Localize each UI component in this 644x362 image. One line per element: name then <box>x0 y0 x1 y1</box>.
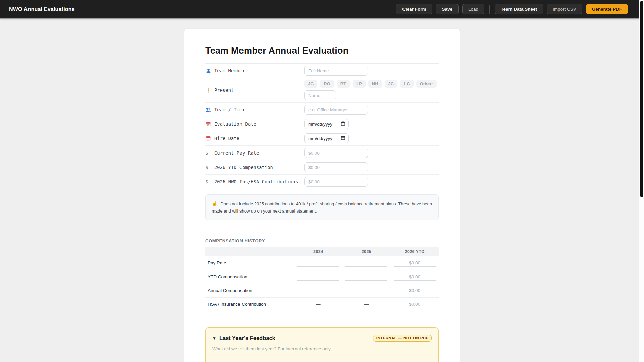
calendar-icon: 17 <box>205 121 211 127</box>
present-chips: JG RO BT LP NH JC LC Other: <box>304 80 437 88</box>
table-row-ytd-compensation: YTD Compensation <box>205 270 439 284</box>
team-tier-label-text: Team / Tier <box>214 107 245 112</box>
row-label: Annual Compensation <box>205 284 294 297</box>
row-label: YTD Compensation <box>205 270 294 284</box>
evaluation-date-input[interactable]: mm/dd/yyyy <box>304 119 349 129</box>
hsa-ins-2025-input[interactable] <box>345 301 387 308</box>
calendar-icon: 17 <box>205 135 211 141</box>
compensation-history-table: 2024 2025 2026 YTD Pay Rate YTD Compensa… <box>205 247 439 311</box>
form-title: Team Member Annual Evaluation <box>205 46 439 56</box>
present-chip-jg[interactable]: JG <box>304 80 317 88</box>
row-label: HSA / Insurance Contribution <box>205 297 294 311</box>
feedback-header: ▼ Last Year's Feedback INTERNAL — NOT ON… <box>212 335 432 342</box>
generate-pdf-button[interactable]: Generate PDF <box>586 4 628 15</box>
dollar-icon: $ <box>205 165 211 170</box>
ytd-comp-2024-input[interactable] <box>297 273 339 281</box>
people-busts-icon <box>205 107 211 113</box>
hire-date-input[interactable]: mm/dd/yyyy <box>304 133 349 143</box>
present-chip-other[interactable]: Other: <box>416 80 437 88</box>
retirement-note-text: Does not include 2025 contributions to 4… <box>212 201 432 214</box>
field-row-team-tier: Team / Tier <box>205 103 439 117</box>
table-header-row: 2024 2025 2026 YTD <box>205 247 439 256</box>
pay-rate-2024-input[interactable] <box>297 259 339 267</box>
retirement-note: ☝️ Does not include 2025 contributions t… <box>205 194 439 220</box>
ins-hsa-input[interactable] <box>304 177 368 187</box>
team-member-label-text: Team Member <box>214 68 245 73</box>
feedback-title[interactable]: Last Year's Feedback <box>219 335 275 341</box>
hsa-ins-2024-input[interactable] <box>297 301 339 308</box>
feedback-textarea[interactable] <box>212 346 432 362</box>
column-header-2026-ytd: 2026 YTD <box>390 247 439 256</box>
table-row-pay-rate: Pay Rate <box>205 256 439 270</box>
evaluation-date-label: 17 Evaluation Date <box>205 121 304 127</box>
present-chip-lc[interactable]: LC <box>400 80 413 88</box>
pointing-finger-icon: ☝️ <box>212 201 218 206</box>
present-chip-jc[interactable]: JC <box>385 80 398 88</box>
team-tier-input[interactable] <box>304 105 368 115</box>
field-row-2026-ins-hsa: $ 2026 NWO Ins/HSA Contributions <box>205 175 439 189</box>
column-header-2025: 2025 <box>342 247 391 256</box>
svg-text:17: 17 <box>207 124 209 126</box>
header-divider <box>489 5 490 14</box>
app-header: NWO Annual Evaluations Clear Form Save L… <box>0 0 644 18</box>
compensation-history-heading: COMPENSATION HISTORY <box>205 238 439 243</box>
annual-comp-2025-input[interactable] <box>345 287 387 294</box>
clear-form-button[interactable]: Clear Form <box>396 4 432 15</box>
table-row-hsa-insurance: HSA / Insurance Contribution <box>205 297 439 311</box>
evaluation-date-placeholder: mm/dd/yyyy <box>308 122 332 127</box>
present-chip-nh[interactable]: NH <box>368 80 382 88</box>
hire-date-label-text: Hire Date <box>214 136 239 141</box>
field-row-hire-date: 17 Hire Date mm/dd/yyyy <box>205 131 439 146</box>
save-button[interactable]: Save <box>436 4 459 15</box>
ins-hsa-label: $ 2026 NWO Ins/HSA Contributions <box>205 179 304 184</box>
hire-date-label: 17 Hire Date <box>205 135 304 141</box>
person-standing-icon <box>205 87 211 93</box>
ytd-comp-2025-input[interactable] <box>345 273 387 281</box>
annual-comp-2026-input[interactable] <box>394 287 436 294</box>
current-pay-rate-input[interactable] <box>304 148 368 158</box>
present-chip-ro[interactable]: RO <box>320 80 334 88</box>
table-corner-cell <box>205 247 294 256</box>
date-picker-icon[interactable] <box>341 135 345 142</box>
field-row-present: Present JG RO BT LP NH JC LC Other: <box>205 78 439 103</box>
person-bust-icon <box>205 68 211 74</box>
pay-rate-2025-input[interactable] <box>345 259 387 267</box>
present-chip-bt[interactable]: BT <box>337 80 350 88</box>
column-header-2024: 2024 <box>294 247 342 256</box>
date-picker-icon[interactable] <box>341 121 345 127</box>
import-csv-button[interactable]: Import CSV <box>547 4 582 15</box>
present-chip-lp[interactable]: LP <box>353 80 366 88</box>
ytd-comp-2026-input[interactable] <box>394 273 436 281</box>
collapse-caret-icon[interactable]: ▼ <box>212 336 216 341</box>
svg-text:17: 17 <box>207 138 209 140</box>
load-button[interactable]: Load <box>462 4 484 15</box>
ytd-compensation-label-text: 2026 YTD Compensation <box>214 165 273 170</box>
ytd-compensation-input[interactable] <box>304 162 368 172</box>
header-actions: Clear Form Save Load Team Data Sheet Imp… <box>396 4 634 15</box>
present-label: Present <box>205 87 304 93</box>
section-divider <box>205 318 439 318</box>
hire-date-placeholder: mm/dd/yyyy <box>308 136 332 141</box>
annual-comp-2024-input[interactable] <box>297 287 339 294</box>
scrollbar-thumb[interactable] <box>640 1 643 197</box>
pay-rate-2026-input[interactable] <box>394 259 436 267</box>
hsa-ins-2026-input[interactable] <box>394 301 436 308</box>
table-row-annual-compensation: Annual Compensation <box>205 284 439 297</box>
row-label: Pay Rate <box>205 256 294 270</box>
evaluation-date-label-text: Evaluation Date <box>214 121 256 127</box>
scrollbar-track[interactable] <box>639 0 644 362</box>
dollar-icon: $ <box>205 150 211 156</box>
internal-badge: INTERNAL — NOT ON PDF <box>373 335 432 342</box>
current-pay-rate-label: $ Current Pay Rate <box>205 150 304 156</box>
team-member-label: Team Member <box>205 68 304 74</box>
team-data-sheet-button[interactable]: Team Data Sheet <box>495 4 543 15</box>
field-row-team-member: Team Member <box>205 64 439 78</box>
ins-hsa-label-text: 2026 NWO Ins/HSA Contributions <box>214 179 298 184</box>
ytd-compensation-label: $ 2026 YTD Compensation <box>205 165 304 170</box>
field-row-evaluation-date: 17 Evaluation Date mm/dd/yyyy <box>205 117 439 131</box>
evaluation-form-card: Team Member Annual Evaluation Team Membe… <box>184 29 460 362</box>
current-pay-rate-label-text: Current Pay Rate <box>214 150 259 156</box>
dollar-icon: $ <box>205 179 211 184</box>
team-member-input[interactable] <box>304 66 368 76</box>
present-other-name-input[interactable] <box>304 90 336 100</box>
